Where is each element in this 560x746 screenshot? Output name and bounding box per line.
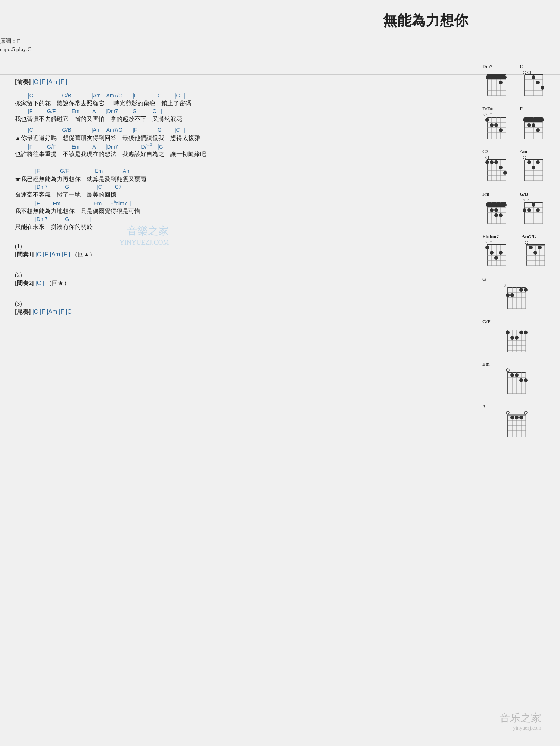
outro-marker: (3) (15, 299, 254, 308)
chord-fm-name: Fm (482, 191, 489, 197)
svg-point-148 (538, 246, 542, 249)
svg-point-116 (523, 208, 526, 212)
svg-point-41 (490, 123, 494, 127)
chord-ebdim7-diagram: × × (482, 240, 513, 270)
chord-dm7-diagram (482, 70, 511, 100)
intro-section: [前奏] |C |F |Am |F | (15, 78, 254, 86)
intro-line: [前奏] |C |F |Am |F | (15, 78, 254, 86)
svg-point-132 (490, 251, 494, 255)
svg-point-71 (494, 160, 498, 164)
svg-point-55 (527, 123, 531, 127)
chord-am: Am (519, 149, 549, 185)
verse2-chord1: |C G/B |Am Am7/G |F G |C | (15, 127, 254, 133)
chord-gb: G/B × × (519, 191, 549, 228)
svg-point-118 (536, 208, 540, 212)
svg-point-42 (494, 123, 498, 127)
svg-point-86 (532, 166, 535, 169)
svg-point-99 (490, 208, 494, 212)
svg-point-175 (510, 336, 514, 340)
svg-point-161 (510, 293, 514, 297)
svg-rect-54 (523, 118, 544, 122)
svg-point-85 (527, 160, 531, 164)
chord-g-diagram: 3 (502, 283, 532, 313)
verse1: |C G/B |Am Am7/G |F G |C | 搬家留下的花 聽說你常去照… (15, 92, 254, 124)
svg-point-11 (499, 81, 503, 84)
svg-point-25 (536, 81, 540, 84)
chord-df#: D/F# 2 × × (482, 106, 511, 143)
chord-f: F (519, 106, 549, 143)
chord-am-name: Am (520, 149, 527, 154)
key-label: 原調：F (0, 38, 20, 44)
chord-dm7-name: Dm7 (482, 63, 492, 69)
interlude2-section: (2) [間奏2] |C | （回★） (15, 271, 254, 287)
svg-point-147 (533, 251, 537, 255)
svg-text:×: × (490, 113, 492, 116)
verse1-chord1: |C G/B |Am Am7/G |F G |C | (15, 92, 254, 99)
svg-point-146 (529, 246, 533, 249)
svg-rect-98 (486, 203, 507, 207)
svg-text:×: × (527, 198, 529, 202)
svg-point-24 (532, 75, 535, 79)
svg-point-100 (494, 208, 498, 212)
svg-text:3: 3 (504, 283, 506, 287)
interlude2-note: （回★） (46, 280, 70, 286)
svg-text:×: × (485, 240, 488, 244)
song-title: 無能為力想你 (0, 11, 560, 30)
chord-em: Em (482, 361, 553, 398)
outro-chords: |C |F |Am |F |C | (32, 309, 75, 315)
svg-point-205 (524, 411, 527, 414)
divider (0, 74, 560, 75)
outro-label: [尾奏] (15, 309, 31, 315)
svg-point-145 (525, 241, 528, 244)
chord-gf-name: G/F (482, 319, 491, 325)
svg-point-190 (510, 373, 514, 377)
verse1-lyric2: 我也習慣不去觸碰它 省的又害怕 拿的起放不下 又潸然淚花 (15, 115, 254, 124)
chord-fm: Fm (482, 191, 511, 228)
chord-em-diagram (502, 368, 532, 398)
verse2-lyric2: 也許將往事重提 不該是我現在的想法 我應該好自為之 讓一切隨緣吧 (15, 150, 254, 159)
svg-text:×: × (490, 240, 492, 244)
svg-point-133 (494, 256, 498, 260)
meta-row3: 參考刷法：X ↑↑↓ X ↑↑↓ (0, 55, 560, 62)
svg-point-115 (532, 203, 535, 207)
svg-point-131 (485, 246, 489, 249)
chord-row-df#-f: D/F# 2 × × (482, 106, 553, 143)
chord-f-diagram (519, 113, 549, 143)
svg-point-73 (503, 171, 507, 175)
svg-point-174 (506, 331, 510, 334)
chorus-chord2: |Dm7 G |C C7 | (15, 184, 254, 190)
chord-am7g: Am7/G (521, 234, 551, 270)
svg-text:×: × (485, 113, 488, 116)
chord-ebdim7-name: Ebdim7 (482, 234, 499, 240)
svg-point-117 (527, 208, 531, 212)
chord-fm-diagram (482, 198, 511, 228)
svg-point-134 (499, 251, 503, 255)
svg-point-70 (490, 160, 494, 164)
svg-point-72 (499, 166, 503, 169)
chord-dm7: Dm7 (482, 63, 511, 100)
interlude1-note: （回▲） (72, 251, 96, 257)
chord-df#-diagram: 2 × × (482, 113, 511, 143)
chord-row-fm-gb: Fm (482, 191, 553, 228)
chorus-chord4: |Dm7 G | (15, 216, 254, 222)
meta-row4: 參考指法：T1 21 T1 21 (0, 63, 560, 71)
interlude1-line: [間奏1] |C |F |Am |F | （回▲） (15, 251, 254, 259)
svg-point-207 (515, 416, 519, 419)
svg-point-193 (524, 378, 528, 382)
chord-em-name: Em (482, 361, 490, 367)
svg-point-56 (532, 123, 535, 127)
chord-a-diagram (502, 411, 532, 444)
interlude2-label: [間奏2] (15, 280, 34, 286)
svg-point-43 (499, 128, 503, 132)
svg-point-176 (515, 336, 519, 340)
chord-c: C (519, 63, 549, 100)
chord-g-name: G (482, 276, 486, 282)
chorus-chord1: |F G/F |Em Am | (15, 168, 254, 174)
interlude1-chords: |C |F |Am |F | (35, 251, 71, 257)
chord-gb-name: G/B (520, 191, 528, 197)
svg-point-163 (524, 288, 528, 292)
interlude2-marker: (2) (15, 271, 254, 280)
svg-rect-10 (486, 75, 507, 79)
chord-row-c7-am: C7 (482, 149, 553, 185)
chord-c7-name: C7 (482, 149, 488, 154)
